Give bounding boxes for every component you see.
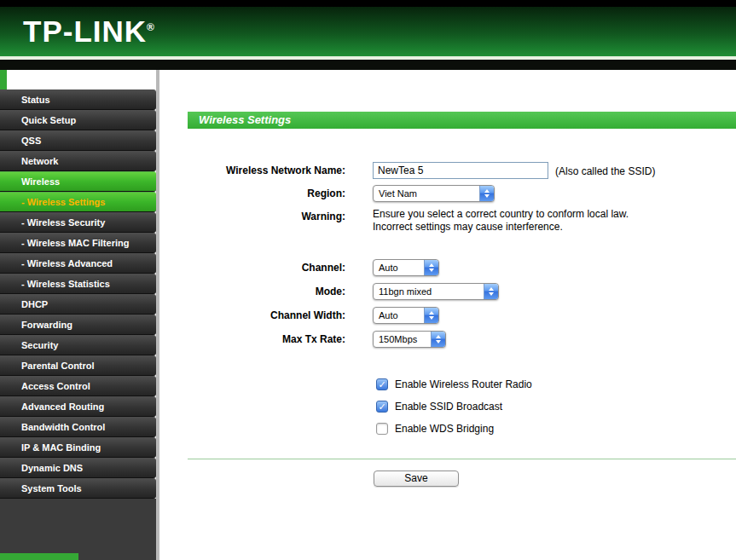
sidebar-item-quick-setup[interactable]: Quick Setup (0, 110, 156, 130)
sidebar-item-ip-mac-binding[interactable]: IP & MAC Binding (0, 437, 156, 458)
sidebar-item-wireless-mac-filtering[interactable]: - Wireless MAC Filtering (0, 233, 156, 253)
page-title: Wireless Settings (188, 112, 736, 129)
max-tx-rate-select[interactable]: 150Mbps (373, 331, 446, 348)
warning-row: Warning: Ensure you select a correct cou… (188, 208, 736, 234)
ssid-input[interactable] (373, 162, 548, 179)
wireless-settings-form: Wireless Network Name: (Also called the … (188, 129, 736, 487)
network-name-row: Wireless Network Name: (Also called the … (188, 162, 736, 179)
channel-width-label: Channel Width: (188, 307, 345, 321)
router-admin-page: TP-LINK® Status Quick Setup QSS Network … (0, 0, 736, 560)
sidebar-item-access-control[interactable]: Access Control (0, 376, 156, 396)
region-select-value: Viet Nam (374, 186, 479, 201)
channel-select-value: Auto (374, 260, 424, 275)
mode-row: Mode: 11bgn mixed (188, 283, 736, 300)
arrow-down-icon (436, 340, 441, 344)
warning-line1: Ensure you select a correct country to c… (373, 208, 629, 221)
arrow-up-icon (484, 189, 490, 193)
sidebar-accent-bottom (0, 553, 78, 560)
max-tx-rate-label: Max Tx Rate: (188, 331, 345, 345)
max-tx-rate-row: Max Tx Rate: 150Mbps (188, 331, 736, 348)
region-row: Region: Viet Nam (188, 185, 736, 202)
sidebar-item-forwarding[interactable]: Forwarding (0, 315, 156, 335)
warning-label: Warning: (188, 208, 345, 222)
arrow-up-icon (429, 311, 434, 315)
arrow-down-icon (484, 194, 490, 198)
sidebar-item-bandwidth-control[interactable]: Bandwidth Control (0, 417, 156, 437)
channel-width-select[interactable]: Auto (373, 307, 439, 324)
network-name-label: Wireless Network Name: (188, 162, 345, 176)
arrow-up-icon (489, 287, 494, 291)
channel-row: Channel: Auto (188, 259, 736, 276)
select-spinner-icon (424, 260, 438, 275)
form-divider (188, 459, 736, 459)
arrow-down-icon (429, 316, 434, 320)
registered-mark: ® (147, 21, 155, 33)
sidebar-item-qss[interactable]: QSS (0, 130, 156, 151)
sidebar-item-system-tools[interactable]: System Tools (0, 478, 156, 499)
arrow-down-icon (489, 292, 494, 296)
warning-line2: Incorrect settings may cause interferenc… (373, 221, 629, 234)
sidebar-filler (0, 499, 156, 560)
region-select[interactable]: Viet Nam (373, 185, 495, 202)
save-button[interactable]: Save (374, 471, 459, 487)
wireless-radio-row: Enable Wireless Router Radio (376, 377, 736, 392)
channel-label: Channel: (188, 259, 345, 274)
channel-select[interactable]: Auto (373, 259, 439, 276)
checkbox-group: Enable Wireless Router Radio Enable SSID… (376, 377, 736, 436)
ssid-broadcast-checkbox[interactable] (376, 401, 388, 413)
tplink-logo-text: TP-LINK (23, 14, 147, 48)
wds-bridging-label: Enable WDS Bridging (395, 423, 494, 435)
tplink-logo: TP-LINK® (0, 14, 155, 49)
mode-label: Mode: (188, 283, 345, 297)
sidebar-item-dynamic-dns[interactable]: Dynamic DNS (0, 458, 156, 478)
sidebar-shadow (156, 70, 159, 560)
mode-select[interactable]: 11bgn mixed (373, 283, 499, 300)
sidebar-item-wireless-settings[interactable]: - Wireless Settings (0, 192, 156, 212)
arrow-up-icon (429, 263, 434, 267)
select-spinner-icon (479, 186, 494, 201)
sidebar-accent-top (0, 70, 7, 89)
ssid-note: (Also called the SSID) (555, 164, 655, 177)
wireless-radio-checkbox[interactable] (376, 378, 388, 390)
ssid-broadcast-label: Enable SSID Broadcast (395, 401, 502, 413)
sidebar: Status Quick Setup QSS Network Wireless … (0, 70, 156, 560)
channel-width-select-value: Auto (374, 308, 424, 323)
sidebar-item-wireless-statistics[interactable]: - Wireless Statistics (0, 274, 156, 294)
arrow-up-icon (436, 335, 441, 338)
select-spinner-icon (424, 308, 438, 323)
wireless-radio-label: Enable Wireless Router Radio (395, 378, 532, 390)
top-black-bar (0, 0, 736, 7)
sidebar-item-parental-control[interactable]: Parental Control (0, 355, 156, 376)
select-spinner-icon (431, 332, 445, 347)
header-divider-dark (0, 60, 736, 70)
sidebar-item-advanced-routing[interactable]: Advanced Routing (0, 396, 156, 417)
region-label: Region: (188, 185, 345, 199)
mode-select-value: 11bgn mixed (374, 284, 484, 299)
wds-bridging-row: Enable WDS Bridging (376, 421, 736, 436)
wds-bridging-checkbox[interactable] (376, 423, 388, 435)
sidebar-item-network[interactable]: Network (0, 151, 156, 171)
ssid-broadcast-row: Enable SSID Broadcast (376, 399, 736, 414)
sidebar-item-status[interactable]: Status (0, 89, 156, 110)
arrow-down-icon (429, 268, 434, 272)
sidebar-item-dhcp[interactable]: DHCP (0, 294, 156, 315)
sidebar-item-wireless-advanced[interactable]: - Wireless Advanced (0, 253, 156, 274)
select-spinner-icon (484, 284, 498, 299)
max-tx-rate-select-value: 150Mbps (374, 332, 431, 347)
sidebar-menu: Status Quick Setup QSS Network Wireless … (0, 89, 156, 499)
sidebar-item-security[interactable]: Security (0, 335, 156, 355)
channel-width-row: Channel Width: Auto (188, 307, 736, 324)
sidebar-item-wireless[interactable]: Wireless (0, 171, 156, 192)
sidebar-item-wireless-security[interactable]: - Wireless Security (0, 212, 156, 233)
header-banner: TP-LINK® (0, 7, 736, 56)
